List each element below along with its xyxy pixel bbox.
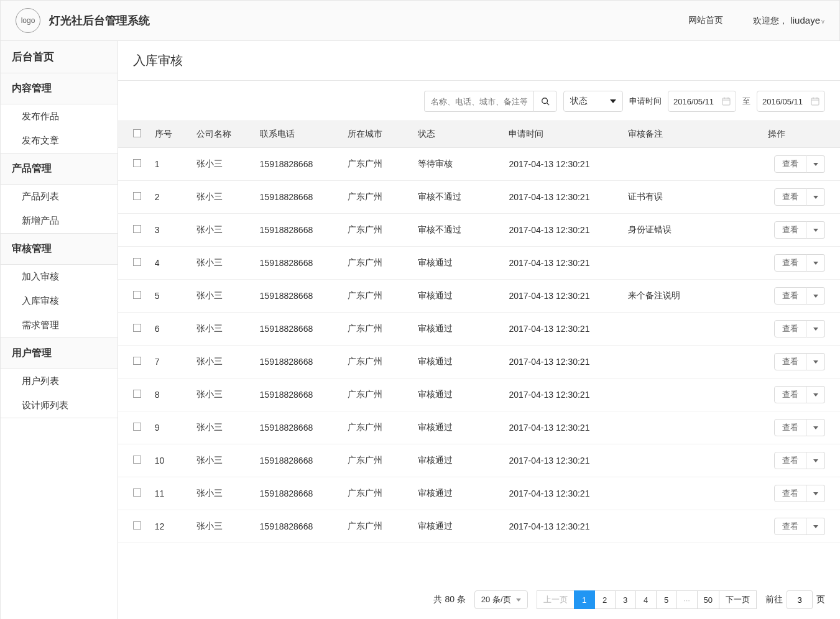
table-row: 2张小三15918828668广东广州审核不通过2017-04-13 12:30… [118,181,840,214]
cell-status: 审核通过 [413,510,504,543]
calendar-icon [722,97,731,106]
row-checkbox[interactable] [133,159,141,167]
row-actions-dropdown[interactable] [806,518,825,535]
view-button[interactable]: 查看 [774,353,806,370]
row-checkbox[interactable] [133,258,141,266]
pager-page[interactable]: 4 [635,590,657,609]
table-row: 6张小三15918828668广东广州审核通过2017-04-13 12:30:… [118,313,840,346]
row-checkbox[interactable] [133,357,141,365]
cell-city: 广东广州 [343,378,413,411]
cell-remark [623,148,763,181]
select-all-checkbox[interactable] [133,129,141,137]
view-button[interactable]: 查看 [774,386,806,403]
row-checkbox[interactable] [133,521,141,530]
pager-page[interactable]: 50 [697,590,719,609]
view-button[interactable]: 查看 [774,518,806,535]
sidebar-item[interactable]: 入库审核 [1,289,118,313]
sidebar-item[interactable]: 需求管理 [1,313,118,337]
total-count: 共 80 条 [433,594,465,605]
cell-remark [623,444,763,477]
col-city: 所在城市 [343,121,413,148]
col-time: 申请时间 [504,121,622,148]
search-input[interactable] [424,91,533,112]
view-button[interactable]: 查看 [774,419,806,436]
sidebar-item[interactable]: 新增产品 [1,209,118,233]
row-actions-dropdown[interactable] [806,485,825,502]
row-checkbox[interactable] [133,488,141,497]
cell-company: 张小三 [192,510,254,543]
view-button[interactable]: 查看 [774,287,806,305]
sidebar-item[interactable]: 加入审核 [1,265,118,289]
page-size-select[interactable]: 20 条/页 [474,590,528,609]
chevron-down-icon [813,328,818,331]
sidebar-item[interactable]: 用户列表 [1,369,118,393]
row-checkbox[interactable] [133,225,141,233]
cell-city: 广东广州 [343,214,413,247]
col-phone: 联系电话 [255,121,343,148]
row-actions-dropdown[interactable] [806,353,825,370]
cell-company: 张小三 [192,313,254,346]
view-button[interactable]: 查看 [774,188,806,206]
date-from-input[interactable]: 2016/05/11 [668,91,736,112]
view-button[interactable]: 查看 [774,320,806,337]
pager-next[interactable]: 下一页 [719,590,757,609]
cell-remark [623,411,763,444]
cell-time: 2017-04-13 12:30:21 [504,181,622,214]
pager-page[interactable]: 3 [615,590,636,609]
chevron-down-icon [813,262,818,265]
view-button[interactable]: 查看 [774,221,806,239]
row-actions-dropdown[interactable] [806,452,825,469]
sidebar-item[interactable]: 发布文章 [1,129,118,153]
chevron-down-icon [813,229,818,232]
cell-phone: 15918828668 [255,510,343,543]
row-actions-dropdown[interactable] [806,419,825,436]
cell-remark: 来个备注说明 [623,280,763,313]
svg-rect-2 [722,98,730,105]
row-checkbox[interactable] [133,324,141,332]
status-select[interactable]: 状态 [563,91,623,112]
table-row: 5张小三15918828668广东广州审核通过2017-04-13 12:30:… [118,280,840,313]
row-actions-dropdown[interactable] [806,155,825,173]
row-checkbox[interactable] [133,192,141,200]
row-actions-dropdown[interactable] [806,254,825,272]
cell-remark [623,247,763,280]
cell-phone: 15918828668 [255,444,343,477]
cell-company: 张小三 [192,411,254,444]
chevron-down-icon [813,393,818,397]
row-checkbox[interactable] [133,423,141,431]
row-checkbox[interactable] [133,291,141,299]
cell-phone: 15918828668 [255,477,343,510]
pager-page[interactable]: 5 [656,590,677,609]
view-button[interactable]: 查看 [774,485,806,502]
row-checkbox[interactable] [133,456,141,464]
view-button[interactable]: 查看 [774,254,806,272]
pager-page[interactable]: 1 [574,590,595,609]
view-button[interactable]: 查看 [774,155,806,173]
cell-time: 2017-04-13 12:30:21 [504,378,622,411]
status-select-label: 状态 [570,96,588,107]
pager-page[interactable]: 2 [594,590,616,609]
goto-page-input[interactable] [787,590,813,609]
search-button[interactable] [533,91,557,112]
cell-city: 广东广州 [343,477,413,510]
view-button[interactable]: 查看 [774,452,806,469]
row-checkbox[interactable] [133,390,141,398]
sidebar-item[interactable]: 设计师列表 [1,393,118,418]
row-actions-dropdown[interactable] [806,320,825,337]
date-to-input[interactable]: 2016/05/11 [757,91,825,112]
cell-company: 张小三 [192,181,254,214]
cell-time: 2017-04-13 12:30:21 [504,247,622,280]
sidebar-home[interactable]: 后台首页 [1,41,118,73]
site-home-link[interactable]: 网站首页 [688,15,723,26]
col-company: 公司名称 [192,121,254,148]
cell-remark [623,477,763,510]
user-menu[interactable]: 欢迎您，liudayev [753,15,824,27]
row-actions-dropdown[interactable] [806,188,825,206]
row-actions-dropdown[interactable] [806,287,825,305]
row-actions-dropdown[interactable] [806,386,825,403]
row-actions-dropdown[interactable] [806,221,825,239]
cell-company: 张小三 [192,214,254,247]
sidebar-item[interactable]: 发布作品 [1,104,118,129]
sidebar-item[interactable]: 产品列表 [1,185,118,209]
cell-phone: 15918828668 [255,148,343,181]
